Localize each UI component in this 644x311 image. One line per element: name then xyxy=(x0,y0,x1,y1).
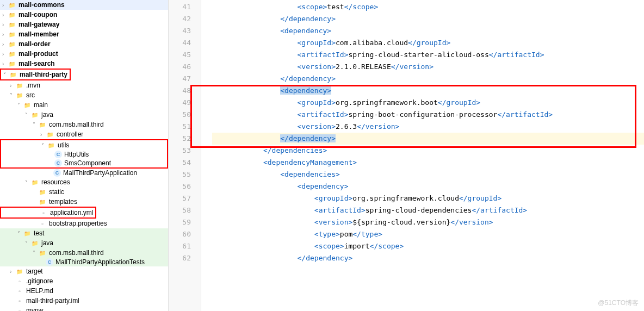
code-line-55[interactable]: <dependencies> xyxy=(212,169,644,181)
code-line-50[interactable]: <artifactId>spring-boot-configuration-pr… xyxy=(212,109,644,121)
code-area[interactable]: <scope>test</scope> </dependency> <depen… xyxy=(201,0,644,311)
code-line-53[interactable]: </dependencies> xyxy=(212,145,644,157)
tree-item-smscomponent[interactable]: CSmsComponent xyxy=(1,159,167,167)
tree-item-com-msb-mall-third[interactable]: ˅📁com.msb.mall.third xyxy=(0,248,168,258)
tree-item-test[interactable]: ˅📁test xyxy=(0,228,168,238)
tree-item-label: resources xyxy=(41,178,70,186)
code-line-52[interactable]: </dependency> xyxy=(212,133,644,145)
xml-tag: </groupId> xyxy=(438,98,480,107)
expand-arrow[interactable]: ˅ xyxy=(17,102,23,108)
tree-item-resources[interactable]: ˅📁resources xyxy=(0,177,168,187)
line-number: 44 xyxy=(169,37,201,49)
tree-item-com-msb-mall-third[interactable]: ˅📁com.msb.mall.third xyxy=(0,120,168,129)
expand-arrow[interactable]: ˅ xyxy=(41,142,47,148)
expand-arrow[interactable]: › xyxy=(2,41,8,47)
expand-arrow[interactable]: ˅ xyxy=(33,250,38,256)
expand-arrow[interactable]: ˅ xyxy=(33,122,38,128)
code-line-57[interactable]: <groupId>org.springframework.cloud</grou… xyxy=(212,192,644,204)
tree-item-src[interactable]: ˅📁src xyxy=(0,90,168,100)
expand-arrow[interactable]: › xyxy=(2,32,8,38)
tree-item-templates[interactable]: 📁templates xyxy=(0,197,168,207)
watermark: @51CTO博客 xyxy=(598,298,639,308)
expand-arrow[interactable]: ˅ xyxy=(10,92,15,98)
tree-item-mall-commons[interactable]: ›📁mall-commons xyxy=(0,0,168,10)
tree-item-mall-member[interactable]: ›📁mall-member xyxy=(0,29,168,39)
project-tree[interactable]: ›📁mall-commons›📁mall-coupon›📁mall-gatewa… xyxy=(0,0,169,311)
tree-item-label: HttpUtils xyxy=(64,151,89,158)
code-line-51[interactable]: <version>2.6.3</version> xyxy=(212,121,644,133)
expand-arrow[interactable]: › xyxy=(2,12,8,18)
tree-item-mall-order[interactable]: ›📁mall-order xyxy=(0,39,168,49)
xml-tag: </type> xyxy=(352,230,382,238)
tree-item--gitignore[interactable]: ▫.gitignore xyxy=(0,276,168,286)
folder-icon: 📁 xyxy=(38,120,47,129)
ide-window: ›📁mall-commons›📁mall-coupon›📁mall-gatewa… xyxy=(0,0,644,311)
expand-arrow[interactable]: ˅ xyxy=(25,240,30,246)
tree-item-bootstrap-properties[interactable]: ▫bootstrap.properties xyxy=(0,219,168,228)
code-line-44[interactable]: <groupId>com.alibaba.cloud</groupId> xyxy=(212,37,644,49)
expand-arrow[interactable]: › xyxy=(10,269,15,275)
tree-item-mallthirdpartyapplication[interactable]: CMallThirdPartyApplication xyxy=(0,169,168,177)
code-line-47[interactable]: </dependency> xyxy=(212,73,644,85)
tree-item-target[interactable]: ›📁target xyxy=(0,266,168,276)
tree-item-mall-coupon[interactable]: ›📁mall-coupon xyxy=(0,10,168,20)
expand-arrow[interactable]: ˅ xyxy=(3,72,9,78)
code-line-43[interactable]: <dependency> xyxy=(212,25,644,37)
line-number: 49 xyxy=(169,97,201,109)
expand-arrow[interactable]: ˅ xyxy=(25,112,30,118)
xml-tag: <groupId> xyxy=(298,98,336,107)
xml-tag: <dependencies> xyxy=(280,170,340,178)
code-line-41[interactable]: <scope>test</scope> xyxy=(212,1,644,13)
code-line-42[interactable]: </dependency> xyxy=(212,13,644,25)
xml-text: 2.1.0.RELEASE xyxy=(336,63,391,71)
file-icon: ▫ xyxy=(15,287,24,295)
code-line-56[interactable]: <dependency> xyxy=(212,181,644,192)
tree-item-mvnw[interactable]: ▫mvnw xyxy=(0,306,168,311)
code-line-45[interactable]: <artifactId>spring-cloud-starter-aliclou… xyxy=(212,49,644,61)
tree-item-mall-third-party-iml[interactable]: ▫mall-third-party.iml xyxy=(0,296,168,306)
code-line-46[interactable]: <version>2.1.0.RELEASE</version> xyxy=(212,61,644,73)
code-line-60[interactable]: <type>pom</type> xyxy=(212,228,644,240)
tree-item-static[interactable]: 📁static xyxy=(0,187,168,197)
file-icon: ▫ xyxy=(39,208,48,217)
tree-item-application-yml[interactable]: ▫application.yml xyxy=(1,208,95,217)
tree-item-label: mall-search xyxy=(18,60,55,67)
xml-text: pom xyxy=(340,230,352,238)
expand-arrow[interactable]: › xyxy=(2,22,8,28)
tree-item-java[interactable]: ˅📁java xyxy=(0,110,168,120)
code-line-61[interactable]: <scope>import</scope> xyxy=(212,240,644,252)
code-editor[interactable]: 4142434445464748495051525354555657585960… xyxy=(169,0,644,311)
tree-item-help-md[interactable]: ▫HELP.md xyxy=(0,286,168,296)
xml-tag: <scope> xyxy=(298,3,327,11)
line-number: 60 xyxy=(169,228,201,240)
code-line-54[interactable]: <dependencyManagement> xyxy=(212,157,644,169)
tree-item-utils[interactable]: ˅📁utils xyxy=(1,140,167,150)
code-line-59[interactable]: <version>${spring-cloud.version}</versio… xyxy=(212,216,644,228)
tree-item-mall-gateway[interactable]: ›📁mall-gateway xyxy=(0,20,168,29)
xml-tag: <groupId> xyxy=(298,39,336,47)
xml-tag: <artifactId> xyxy=(314,206,366,214)
folder-icon: 📁 xyxy=(30,110,39,119)
code-line-48[interactable]: <dependency> xyxy=(212,85,644,97)
tree-item-main[interactable]: ˅📁main xyxy=(0,100,168,110)
tree-item-mall-product[interactable]: ›📁mall-product xyxy=(0,49,168,59)
code-line-49[interactable]: <groupId>org.springframework.boot</group… xyxy=(212,97,644,109)
tree-item-mall-third-party[interactable]: ˅📁mall-third-party xyxy=(1,70,70,79)
tree-item-label: mvnw xyxy=(26,307,43,311)
expand-arrow[interactable]: ˅ xyxy=(25,179,30,185)
expand-arrow[interactable]: › xyxy=(2,51,8,57)
tree-item-mall-search[interactable]: ›📁mall-search xyxy=(0,59,168,69)
code-line-58[interactable]: <artifactId>spring-cloud-dependencies</a… xyxy=(212,204,644,216)
expand-arrow[interactable]: › xyxy=(2,2,8,8)
tree-item-controller[interactable]: ›📁controller xyxy=(0,129,168,139)
expand-arrow[interactable]: ˅ xyxy=(17,231,23,237)
code-line-62[interactable]: </dependency> xyxy=(212,252,644,264)
expand-arrow[interactable]: › xyxy=(2,61,8,67)
expand-arrow[interactable]: › xyxy=(10,83,15,89)
xml-text: ${spring-cloud.version} xyxy=(352,218,450,226)
tree-item--mvn[interactable]: ›📁.mvn xyxy=(0,80,168,90)
expand-arrow[interactable]: › xyxy=(40,132,46,138)
tree-item-mallthirdpartyapplicationtests[interactable]: CMallThirdPartyApplicationTests xyxy=(0,258,168,266)
tree-item-java[interactable]: ˅📁java xyxy=(0,238,168,248)
tree-item-httputils[interactable]: CHttpUtils xyxy=(1,150,167,159)
